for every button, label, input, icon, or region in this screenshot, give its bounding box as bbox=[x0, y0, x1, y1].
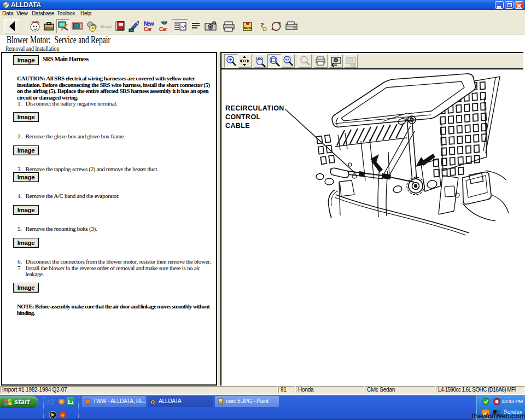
svg-text:Car: Car bbox=[144, 26, 152, 32]
svg-text:CABLE: CABLE bbox=[225, 122, 250, 130]
svg-text:Browse: Browse bbox=[101, 25, 112, 28]
svg-text:CONTROL: CONTROL bbox=[225, 113, 261, 121]
svg-text:A: A bbox=[278, 21, 281, 25]
svg-text:Car: Car bbox=[159, 26, 167, 32]
svg-text:RECIRCULATION: RECIRCULATION bbox=[225, 104, 284, 112]
svg-text:NOTE: NOTE bbox=[244, 26, 253, 30]
